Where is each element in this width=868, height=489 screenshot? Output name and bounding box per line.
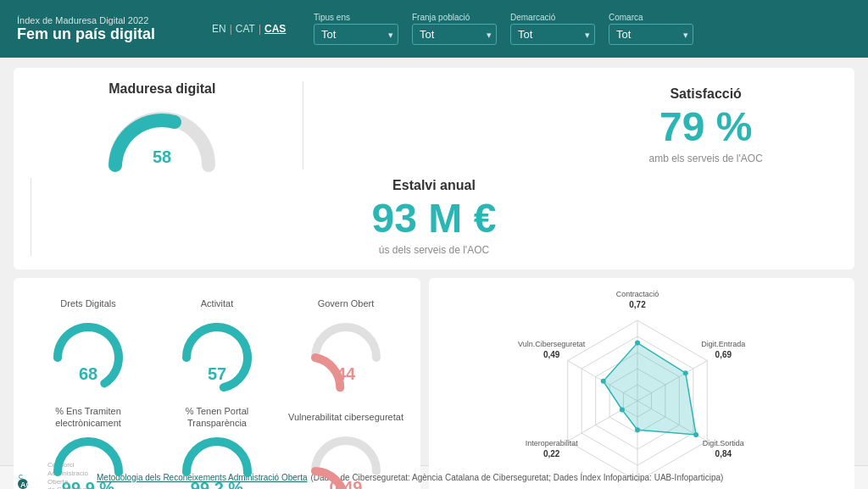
header: Índex de Maduresa Digital 2022 Fem un pa…	[0, 0, 868, 58]
lang-cat[interactable]: CAT	[236, 23, 255, 35]
kpi-maduresa: Maduresa digital 58	[31, 81, 294, 169]
filter-demarcacio-wrapper[interactable]: Tot	[510, 24, 595, 45]
brand: Índex de Maduresa Digital 2022 Fem un pa…	[17, 15, 203, 43]
mini-gauge-1	[179, 319, 255, 361]
maduresa-gauge: 58	[103, 102, 221, 169]
svg-text:Vuln.Ciberseguretat: Vuln.Ciberseguretat	[518, 340, 586, 348]
filter-tipus-ens-wrapper[interactable]: Tot	[314, 24, 398, 45]
svg-text:C: C	[19, 474, 23, 480]
svg-text:Contractació: Contractació	[616, 290, 659, 298]
metric-title-3: % Ens Tramiten electrònicament	[31, 405, 146, 430]
filter-comarca-select[interactable]: Tot	[609, 24, 693, 45]
metrics-panel: Drets Digitals 68 Activitat 57 Govern Ob…	[14, 278, 420, 489]
radar-panel: Contractació0,72Digit.Entrada0,69Digit.S…	[429, 278, 854, 489]
lang-en[interactable]: EN	[212, 23, 226, 35]
filter-franja: Franja població Tot	[412, 13, 497, 45]
svg-point-17	[620, 407, 625, 412]
kpi-satisfaccio: Satisfacció 79 % amb els serveis de l'AO…	[574, 81, 837, 169]
maduresa-gauge-svg: 58	[103, 102, 221, 169]
svg-text:AO: AO	[20, 481, 32, 489]
language-switcher: EN | CAT | CAS	[212, 23, 314, 35]
svg-point-14	[683, 370, 688, 375]
kpi-estalvi-value: 93 M €	[372, 198, 497, 239]
kpi-estalvi-sub: ús dels serveis de l'AOC	[379, 244, 489, 256]
header-subtitle: Índex de Maduresa Digital 2022	[17, 15, 203, 25]
kpi-satisfaccio-value: 79 %	[659, 107, 752, 147]
metric-card-2: Govern Obert 44	[288, 292, 403, 397]
svg-text:Digit.Entrada: Digit.Entrada	[701, 340, 745, 348]
svg-text:0,72: 0,72	[629, 300, 646, 309]
filter-tipus-ens-select[interactable]: Tot	[314, 24, 398, 45]
filter-demarcacio-label: Demarcació	[510, 13, 595, 22]
svg-point-15	[693, 432, 698, 437]
metric-value-1: 57	[208, 364, 226, 384]
mini-gauge-3	[50, 433, 126, 475]
metric-value-0: 68	[79, 364, 97, 384]
divider-1	[303, 81, 303, 169]
svg-marker-12	[604, 343, 696, 435]
svg-text:0,49: 0,49	[543, 350, 560, 359]
svg-text:0,69: 0,69	[715, 350, 732, 359]
svg-text:Interoperabilitat: Interoperabilitat	[526, 439, 579, 447]
kpi-estalvi-title: Estalvi anual	[392, 178, 476, 193]
filter-franja-wrapper[interactable]: Tot	[412, 24, 497, 45]
metric-title-4: % Tenen Portal Transparència	[159, 405, 275, 430]
filter-comarca: Comarca Tot	[609, 13, 693, 45]
filter-tipus-ens-label: Tipus ens	[314, 13, 398, 22]
mini-gauge-5	[308, 432, 384, 475]
kpi-maduresa-title: Maduresa digital	[108, 81, 215, 97]
filter-demarcacio: Demarcació Tot	[510, 13, 595, 45]
radar-chart: Contractació0,72Digit.Entrada0,69Digit.S…	[506, 286, 777, 489]
filter-franja-select[interactable]: Tot	[412, 24, 497, 45]
filter-demarcacio-select[interactable]: Tot	[510, 24, 595, 45]
aoc-logo-box: AO C	[14, 463, 44, 490]
filter-comarca-wrapper[interactable]: Tot	[609, 24, 693, 45]
bottom-row: Drets Digitals 68 Activitat 57 Govern Ob…	[14, 278, 854, 489]
aoc-logo-icon: AO C	[16, 465, 42, 490]
svg-text:Digit.Sortida: Digit.Sortida	[703, 439, 744, 447]
mini-gauge-0	[50, 319, 126, 361]
metric-title-0: Drets Digitals	[60, 292, 115, 315]
svg-text:0,84: 0,84	[715, 449, 732, 458]
kpi-estalvi: Estalvi anual 93 M € ús dels serveis de …	[303, 178, 566, 256]
metric-title-1: Activitat	[201, 292, 234, 315]
svg-point-13	[635, 341, 640, 346]
mini-gauge-2	[308, 319, 384, 361]
lang-cas[interactable]: CAS	[264, 23, 286, 35]
metric-title-5: Vulnerabilitat ciberseguretat	[288, 405, 403, 429]
kpi-row: Maduresa digital 58 Satisfacció 79 % amb…	[14, 68, 854, 270]
mini-gauge-4	[179, 433, 255, 475]
filter-tipus-ens: Tipus ens Tot	[314, 13, 398, 45]
metric-card-1: Activitat 57	[159, 292, 275, 397]
svg-text:58: 58	[153, 147, 171, 166]
header-title: Fem un país digital	[17, 25, 203, 43]
svg-text:0,22: 0,22	[543, 449, 560, 458]
divider-2	[31, 178, 31, 256]
main-content: Maduresa digital 58 Satisfacció 79 % amb…	[0, 58, 868, 465]
metric-card-0: Drets Digitals 68	[31, 292, 146, 397]
filter-franja-label: Franja població	[412, 13, 497, 22]
filter-comarca-label: Comarca	[609, 13, 693, 22]
svg-point-18	[601, 379, 606, 384]
svg-point-16	[635, 427, 640, 432]
kpi-satisfaccio-sub: amb els serveis de l'AOC	[648, 153, 762, 164]
kpi-satisfaccio-title: Satisfacció	[670, 86, 741, 102]
filters-bar: Tipus ens Tot Franja població Tot Demarc…	[314, 13, 851, 45]
metric-title-2: Govern Obert	[318, 292, 375, 315]
